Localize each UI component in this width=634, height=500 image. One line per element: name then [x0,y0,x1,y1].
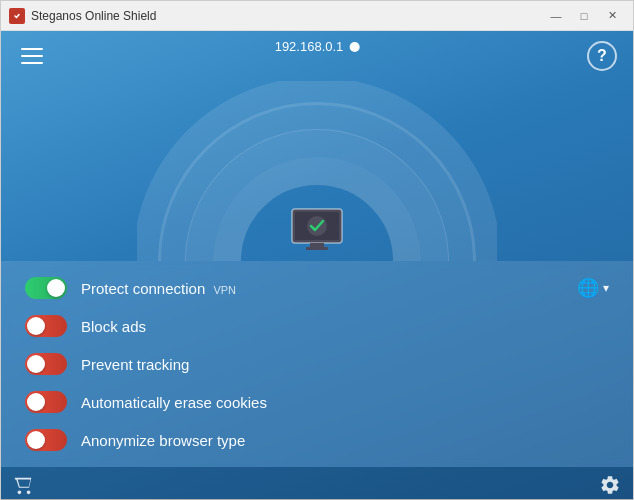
setting-row-erase-cookies: Automatically erase cookies [1,383,633,421]
toggle-knob-block-ads [27,317,45,335]
help-button[interactable]: ? [587,41,617,71]
globe-icon: 🌐 [577,277,599,299]
monitor-icon [290,207,344,257]
title-bar: Steganos Online Shield — □ ✕ [1,1,633,31]
help-icon: ? [597,47,607,65]
toggle-knob-erase-cookies [27,393,45,411]
window-controls: — □ ✕ [543,6,625,26]
main-window: Steganos Online Shield — □ ✕ 192.168.0.1… [0,0,634,500]
label-block-ads: Block ads [81,318,609,335]
cart-icon[interactable] [13,474,35,496]
monitor-svg [290,207,344,253]
svg-rect-2 [310,243,324,247]
label-erase-cookies: Automatically erase cookies [81,394,609,411]
hamburger-menu-button[interactable] [17,40,49,72]
toggle-protect-connection[interactable] [25,277,67,299]
toggle-knob-protect-connection [47,279,65,297]
maximize-button[interactable]: □ [571,6,597,26]
globe-button[interactable]: 🌐 ▾ [577,277,609,299]
toggle-knob-anonymize-browser [27,431,45,449]
label-anonymize-browser: Anonymize browser type [81,432,609,449]
ip-address-text: 192.168.0.1 [275,39,344,54]
setting-row-protect-connection: Protect connection VPN 🌐 ▾ [1,269,633,307]
svg-rect-3 [306,247,328,250]
ip-display: 192.168.0.1 [275,39,360,54]
toggle-erase-cookies[interactable] [25,391,67,413]
app-bar: 192.168.0.1 ? [1,31,633,81]
hamburger-line-1 [21,48,43,50]
setting-row-prevent-tracking: Prevent tracking [1,345,633,383]
toggle-knob-prevent-tracking [27,355,45,373]
shield-area [1,81,633,261]
settings-gear-icon[interactable] [599,474,621,496]
hamburger-line-2 [21,55,43,57]
ip-indicator-dot [349,42,359,52]
settings-panel: Protect connection VPN 🌐 ▾ Block ads [1,261,633,467]
hamburger-line-3 [21,62,43,64]
minimize-button[interactable]: — [543,6,569,26]
close-button[interactable]: ✕ [599,6,625,26]
window-title: Steganos Online Shield [31,9,543,23]
chevron-down-icon: ▾ [603,281,609,295]
toggle-anonymize-browser[interactable] [25,429,67,451]
toggle-block-ads[interactable] [25,315,67,337]
toggle-prevent-tracking[interactable] [25,353,67,375]
label-protect-connection: Protect connection VPN [81,280,563,297]
label-prevent-tracking: Prevent tracking [81,356,609,373]
setting-row-anonymize-browser: Anonymize browser type [1,421,633,459]
app-icon [9,8,25,24]
bottom-bar [1,467,633,500]
setting-row-block-ads: Block ads [1,307,633,345]
arc-container [137,81,497,261]
main-content: 192.168.0.1 ? [1,31,633,500]
vpn-tag: VPN [213,284,236,296]
